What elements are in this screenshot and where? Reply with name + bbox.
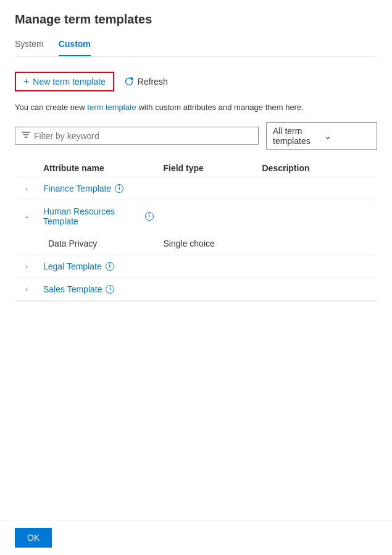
page-title: Manage term templates — [15, 12, 377, 27]
dropdown-value: All term templates — [273, 126, 319, 146]
hr-template-row[interactable]: ⌄ Human Resources Template i — [15, 200, 377, 232]
new-term-label: New term template — [33, 77, 105, 87]
new-term-template-button[interactable]: + New term template — [15, 72, 114, 91]
sales-info-icon[interactable]: i — [106, 285, 114, 294]
legal-template-label: Legal Template — [43, 261, 102, 271]
finance-template-row[interactable]: › Finance Template i — [15, 177, 377, 200]
tab-system[interactable]: System — [15, 34, 44, 56]
filter-icon — [22, 130, 30, 141]
legal-info-icon[interactable]: i — [106, 262, 114, 271]
legal-template-name[interactable]: Legal Template i — [38, 261, 159, 271]
filter-input[interactable] — [34, 131, 252, 141]
table-row: › Finance Template i — [15, 177, 377, 200]
col-description: Description — [257, 163, 378, 173]
table-row: › Legal Template i — [15, 255, 377, 278]
ok-button[interactable]: OK — [15, 528, 52, 548]
finance-template-name[interactable]: Finance Template i — [38, 184, 159, 193]
chevron-right-icon: › — [25, 185, 28, 192]
finance-info-icon[interactable]: i — [115, 184, 123, 193]
data-privacy-row: Data Privacy Single choice — [15, 232, 377, 255]
hr-chevron-cell: ⌄ — [15, 212, 38, 220]
sales-template-name[interactable]: Sales Template i — [38, 284, 159, 294]
data-privacy-name: Data Privacy — [38, 239, 159, 248]
refresh-icon — [124, 77, 134, 87]
footer: OK — [0, 520, 392, 555]
filter-row: All term templates ⌄ — [15, 122, 377, 150]
refresh-label: Refresh — [138, 77, 168, 87]
col-field-type: Field type — [159, 163, 257, 173]
chevron-down-row-icon: ⌄ — [24, 212, 30, 220]
data-privacy-field-type: Single choice — [159, 239, 257, 248]
table-header: Attribute name Field type Description — [15, 159, 377, 177]
sales-chevron-cell: › — [15, 286, 38, 293]
chevron-right-icon: › — [25, 263, 28, 270]
hr-template-name[interactable]: Human Resources Template i — [38, 206, 159, 226]
tab-custom[interactable]: Custom — [59, 34, 91, 56]
sales-template-label: Sales Template — [43, 284, 102, 294]
term-template-link[interactable]: term template — [87, 103, 136, 112]
tabs-container: System Custom — [15, 34, 377, 57]
term-templates-table: Attribute name Field type Description › … — [15, 159, 377, 302]
chevron-down-icon: ⌄ — [324, 131, 370, 141]
col-expand — [15, 163, 38, 173]
legal-chevron-cell: › — [15, 263, 38, 270]
chevron-right-icon: › — [25, 286, 28, 293]
finance-chevron-cell: › — [15, 185, 38, 192]
table-body: › Finance Template i ⌄ H — [15, 177, 377, 302]
hr-info-icon[interactable]: i — [145, 212, 154, 221]
sales-template-row[interactable]: › Sales Template i — [15, 278, 377, 300]
hr-template-label: Human Resources Template — [43, 206, 141, 226]
all-term-templates-dropdown[interactable]: All term templates ⌄ — [266, 122, 377, 150]
col-attribute-name: Attribute name — [38, 163, 159, 173]
table-row: ⌄ Human Resources Template i Data Privac… — [15, 200, 377, 255]
refresh-button[interactable]: Refresh — [119, 73, 173, 90]
toolbar: + New term template Refresh — [15, 67, 377, 96]
table-row: › Sales Template i — [15, 278, 377, 301]
finance-template-label: Finance Template — [43, 184, 111, 193]
info-text: You can create new term template with cu… — [15, 101, 377, 114]
legal-template-row[interactable]: › Legal Template i — [15, 255, 377, 278]
filter-input-wrap — [15, 127, 259, 145]
plus-icon: + — [23, 77, 29, 87]
